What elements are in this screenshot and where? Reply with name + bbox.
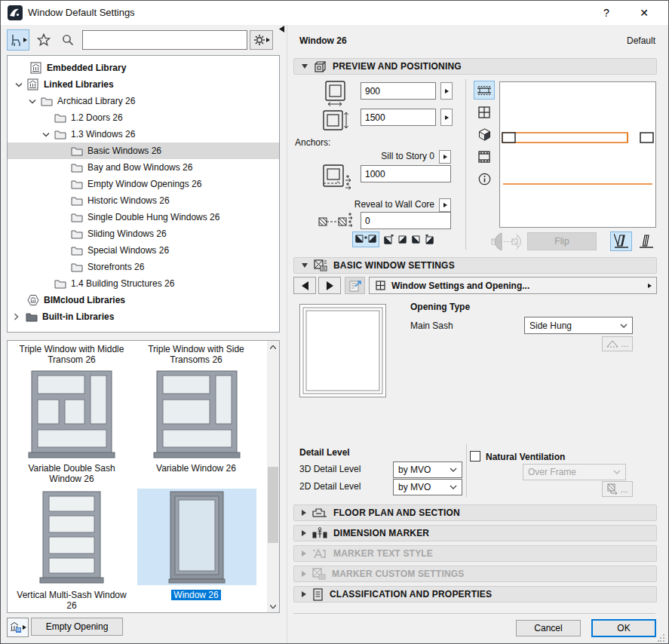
tree-item-basic-windows[interactable]: Basic Windows 26: [8, 143, 279, 159]
chevron-right-icon[interactable]: [14, 313, 21, 320]
thumbnail-image-variable-window[interactable]: [152, 368, 241, 460]
resize-grip[interactable]: [658, 634, 665, 642]
subject-title: Window 26: [299, 35, 347, 46]
settings-menu-button[interactable]: [250, 30, 273, 50]
preview-plan-view-button[interactable]: [474, 81, 495, 100]
ventilation-settings-button[interactable]: ...: [602, 481, 633, 497]
scroll-up-arrow[interactable]: [267, 341, 279, 353]
tree-item-archicad-library[interactable]: Archicad Library 26: [8, 93, 279, 109]
thumbnail-label[interactable]: Variable Window 26: [136, 463, 256, 474]
chevron-down-icon[interactable]: [42, 132, 50, 137]
favorites-button[interactable]: [34, 31, 54, 49]
opening-angle-button[interactable]: ...: [602, 336, 633, 351]
search-input[interactable]: [82, 30, 247, 50]
tree-item-single-double-hung-windows[interactable]: Single Double Hung Windows 26: [8, 209, 279, 225]
flyout-arrow-icon: [648, 284, 652, 288]
tree-item-bay-bow-windows[interactable]: Bay and Bow Windows 26: [8, 159, 279, 176]
anchor-mode-custom-button[interactable]: [423, 233, 436, 246]
thumbnail-label-partial[interactable]: Triple Window with Side Transoms 26: [136, 344, 256, 365]
library-tree-panel: Embedded Library Linked Libraries Archic…: [7, 55, 280, 333]
flip-button[interactable]: Flip: [527, 232, 597, 250]
tree-item-linked-libraries[interactable]: Linked Libraries: [8, 76, 279, 93]
cancel-button[interactable]: Cancel: [516, 620, 581, 636]
tree-item-built-in-libraries[interactable]: Built-in Libraries: [8, 308, 279, 325]
anchor-mode-right-button[interactable]: [410, 233, 422, 246]
preview-3d-view-button[interactable]: [474, 125, 495, 143]
settings-page-selector[interactable]: Window Settings and Opening...: [369, 277, 657, 294]
flyout-arrow-icon: [445, 89, 449, 94]
tree-item-historic-windows[interactable]: Historic Windows 26: [8, 192, 279, 209]
detail-3d-select[interactable]: by MVO: [393, 462, 462, 478]
tree-item-bimcloud-libraries[interactable]: BIMcloud Libraries: [8, 292, 279, 308]
preview-section-view-button[interactable]: [474, 147, 495, 166]
ventilation-select[interactable]: Over Frame: [523, 464, 626, 480]
sill-anchor-flyout-button[interactable]: [439, 150, 451, 164]
help-button[interactable]: ?: [591, 1, 621, 25]
panel-splitter[interactable]: [287, 25, 287, 643]
transfer-settings-button[interactable]: [345, 277, 365, 294]
chevron-down-icon[interactable]: [29, 99, 36, 104]
section-basic-window-settings[interactable]: BASIC WINDOW SETTINGS: [293, 257, 657, 274]
wall-side-outside-button[interactable]: [635, 232, 657, 251]
thumbnail-label[interactable]: Vertical Multi-Sash Window 26: [12, 590, 131, 611]
section-classification-properties[interactable]: CLASSIFICATION AND PROPERTIES: [293, 586, 657, 603]
search-button[interactable]: [58, 31, 78, 49]
folder-icon: [54, 112, 66, 123]
tree-item-embedded-library[interactable]: Embedded Library: [8, 60, 279, 76]
section-preview-positioning[interactable]: PREVIEW AND POSITIONING: [293, 58, 657, 75]
section-marker-text-style[interactable]: MARKER TEXT STYLE: [293, 545, 657, 562]
marker-custom-settings-icon: [312, 568, 326, 580]
reveal-anchor-flyout-button[interactable]: [439, 198, 451, 212]
thumbnail-label[interactable]: Variable Double Sash Window 26: [12, 463, 131, 484]
tree-item-empty-window-openings[interactable]: Empty Window Openings 26: [8, 176, 279, 192]
scrollbar-thumb[interactable]: [268, 467, 278, 543]
preview-front-view-button[interactable]: [474, 103, 495, 121]
library-icon: [30, 62, 42, 74]
preview-positioning-icon: [314, 60, 327, 73]
load-other-object-button[interactable]: [7, 618, 29, 637]
thumbnail-image-window-26[interactable]: [167, 490, 226, 584]
anchor-mode-center-button[interactable]: [396, 233, 409, 246]
window-width-input[interactable]: [361, 82, 436, 100]
section-dimension-marker[interactable]: DIMENSION MARKER: [293, 525, 657, 541]
section-floor-plan-and-section[interactable]: FLOOR PLAN AND SECTION: [293, 504, 657, 521]
sill-anchor-label[interactable]: Sill to Story 0: [351, 151, 434, 161]
section-marker-custom-settings[interactable]: MARKER CUSTOM SETTINGS: [293, 566, 657, 582]
next-page-button[interactable]: [318, 277, 341, 294]
reveal-anchor-label[interactable]: Reveal to Wall Core: [344, 199, 434, 210]
anchor-mode-both-sides-button[interactable]: [352, 232, 379, 247]
tree-item-storefronts[interactable]: Storefronts 26: [8, 259, 279, 275]
sill-height-input[interactable]: [361, 165, 451, 182]
preview-info-button[interactable]: [474, 170, 495, 189]
element-type-selector-button[interactable]: [7, 29, 29, 51]
tree-item-doors[interactable]: 1.2 Doors 26: [8, 109, 279, 126]
chevron-down-icon[interactable]: [15, 82, 23, 87]
tree-item-windows[interactable]: 1.3 Windows 26: [8, 126, 279, 143]
anchor-mode-left-button[interactable]: [382, 233, 395, 246]
natural-ventilation-checkbox[interactable]: [470, 451, 480, 462]
thumbnail-label-partial[interactable]: Triple Window with Middle Transom 26: [12, 344, 131, 365]
height-flyout-button[interactable]: [440, 109, 453, 126]
detail-2d-select[interactable]: by MVO: [393, 479, 462, 495]
wall-side-inside-button[interactable]: [610, 232, 632, 251]
panel-collapse-arrow-icon[interactable]: [279, 26, 284, 32]
width-flyout-button[interactable]: [440, 82, 453, 100]
main-sash-select[interactable]: Side Hung: [524, 317, 633, 334]
ok-button[interactable]: OK: [591, 619, 656, 637]
thumbnail-image-vertical-multi-sash[interactable]: [37, 490, 106, 585]
basic-window-settings-icon: [314, 259, 327, 271]
window-height-input[interactable]: [361, 109, 436, 126]
expand-triangle-icon: [302, 510, 306, 516]
tree-item-building-structures[interactable]: 1.4 Building Structures 26: [8, 275, 279, 292]
star-icon: [37, 33, 51, 47]
tree-item-sliding-windows[interactable]: Sliding Windows 26: [8, 225, 279, 242]
tree-item-special-windows[interactable]: Special Windows 26: [8, 242, 279, 259]
thumbnail-label-selected[interactable]: Window 26: [136, 590, 256, 600]
scroll-down-arrow[interactable]: [267, 600, 279, 612]
thumbnail-image-variable-double-sash[interactable]: [27, 368, 116, 460]
chevron-down-icon: [450, 468, 457, 472]
empty-opening-button[interactable]: Empty Opening: [31, 618, 123, 636]
close-button[interactable]: ✕: [629, 1, 659, 25]
prev-page-button[interactable]: [293, 277, 316, 294]
reveal-depth-input[interactable]: [361, 212, 451, 229]
